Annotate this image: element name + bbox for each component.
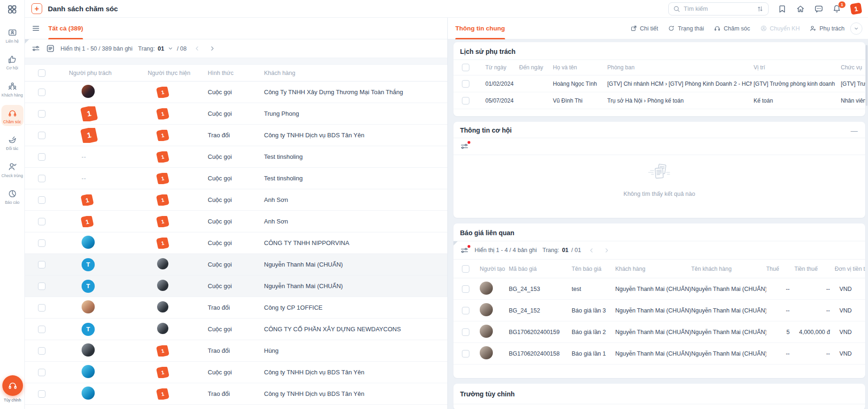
row-checkbox[interactable] [38, 153, 45, 161]
form-cell: Cuộc gọi [203, 283, 259, 290]
action-user-plus[interactable]: Phụ trách [809, 25, 845, 32]
tab-general-info[interactable]: Thông tin chung [455, 18, 505, 39]
row-checkbox[interactable] [462, 350, 469, 357]
search-input[interactable]: Tìm kiếm [668, 2, 769, 15]
customer-name-cell: Nguyễn Thanh Mai (CHUẨN) [691, 329, 766, 335]
search-filter-icon[interactable] [756, 5, 764, 13]
row-checkbox[interactable] [462, 307, 469, 314]
list-item[interactable]: TCuộc gọiNguyễn Thanh Mai (CHUẨN) [25, 254, 447, 275]
tax-amount-cell: -- [794, 350, 835, 357]
action-headset[interactable]: Chăm sóc [714, 25, 750, 32]
sidebar-item-doi-tac[interactable]: Đối tác [1, 132, 23, 153]
quote-name-cell: test [572, 286, 615, 292]
action-external-link[interactable]: Chi tiết [630, 25, 658, 32]
list-item[interactable]: Trao đổiCông ty CP 1OFFICE [25, 297, 447, 319]
row-checkbox[interactable] [38, 283, 45, 290]
page-number[interactable]: 01 [158, 45, 164, 52]
row-checkbox[interactable] [38, 175, 45, 182]
row-checkbox[interactable] [38, 110, 45, 118]
list-item[interactable]: --1Cuộc gọiTest tinsholing [25, 168, 447, 189]
quote-row[interactable]: BG1706202400158Báo giá lần 1Nguyễn Thanh… [453, 343, 865, 364]
row-checkbox[interactable] [38, 239, 45, 247]
next-page-button[interactable] [207, 44, 217, 53]
select-all-checkbox[interactable] [462, 265, 469, 273]
bookmark-icon[interactable] [777, 4, 787, 14]
avatar [82, 85, 95, 98]
history-row[interactable]: 05/07/2024Vũ Đình ThiTrụ sở Hà Nội › Phò… [453, 92, 865, 109]
more-actions-button[interactable] [850, 22, 862, 35]
filter-icon[interactable] [460, 246, 469, 255]
list-item[interactable]: TCuộc gọiCÔNG TY CỔ PHẦN XÂY DỰNG NEWDAY… [25, 319, 447, 340]
app-logo[interactable]: 1 [850, 2, 862, 15]
list-item[interactable]: 11Trao đổiCông ty TNHH Dịch vụ BDS Tân Y… [25, 125, 447, 146]
tab-all[interactable]: Tất cả (389) [48, 18, 83, 39]
quote-row[interactable]: BG1706202400159Báo giá lần 2Nguyễn Thanh… [453, 321, 865, 343]
row-checkbox[interactable] [462, 285, 469, 293]
row-checkbox[interactable] [38, 89, 45, 96]
list-item[interactable]: 11Cuộc gọiAnh Sơn [25, 211, 447, 232]
sidebar-item-bao-cao[interactable]: Báo cáo [1, 186, 23, 207]
home-icon[interactable] [796, 4, 805, 14]
sidebar-item-khach-hang[interactable]: Khách hàng [1, 78, 23, 99]
row-checkbox[interactable] [38, 218, 45, 225]
list-item[interactable]: 1Trao đổiHùng [25, 340, 447, 362]
view-settings-icon[interactable] [46, 44, 55, 53]
notifications-button[interactable]: 1 [832, 4, 842, 14]
chat-icon[interactable] [814, 4, 823, 14]
select-all-checkbox[interactable] [38, 69, 45, 77]
column-header: Người thực hiện [143, 70, 203, 76]
sidebar-item-cham-soc[interactable]: Chăm sóc [1, 105, 23, 126]
column-header: Người tạo [480, 266, 509, 272]
executor-cell: 1 [143, 130, 203, 141]
page-select-chevron-icon[interactable] [167, 45, 174, 52]
menu-icon[interactable] [31, 24, 40, 33]
customer-cell: Anh Sơn [259, 218, 447, 225]
filter-icon[interactable] [31, 44, 40, 53]
list-item[interactable]: --1Cuộc gọiTest tinsholing [25, 146, 447, 168]
list-item[interactable]: 1Cuộc gọiCông Ty TNHH Xây Dựng Thương Mạ… [25, 82, 447, 103]
list-item[interactable]: 11Cuộc gọiTrung Phong [25, 103, 447, 125]
row-checkbox[interactable] [38, 347, 45, 355]
row-checkbox[interactable] [38, 196, 45, 204]
logo-avatar: 1 [156, 194, 169, 206]
row-checkbox[interactable] [462, 80, 469, 88]
collapse-section-button[interactable]: — [851, 127, 858, 134]
quote-row[interactable]: BG_24_152Báo giá lần 3Nguyễn Thanh Mai (… [453, 300, 865, 321]
list-item[interactable]: TCuộc gọiNguyễn Thanh Mai (CHUẨN) [25, 275, 447, 297]
sidebar-item-lien-he[interactable]: Liên hệ [1, 24, 23, 45]
add-record-button[interactable]: + [31, 3, 42, 14]
list-item[interactable]: 1Cuộc gọiCÔNG TY TNHH NIPPORVINA [25, 232, 447, 254]
avatar [157, 258, 168, 269]
action-refresh[interactable]: Trạng thái [668, 25, 704, 32]
logo-avatar: 1 [156, 388, 169, 400]
tax-amount-cell: 4,000,000 đ [794, 329, 835, 335]
sidebar-item-co-hoi[interactable]: Cơ hội [1, 51, 23, 72]
row-checkbox[interactable] [462, 97, 469, 104]
row-checkbox[interactable] [38, 132, 45, 139]
list-item[interactable]: 1Trao đổiCông ty TNHH Dịch vụ BDS Tân Yê… [25, 383, 447, 405]
history-row[interactable]: 01/02/2024Hoàng Ngọc Tình[GTV] Chi nhánh… [453, 75, 865, 92]
prev-page-button[interactable] [192, 44, 202, 53]
row-checkbox[interactable] [38, 326, 45, 333]
row-checkbox[interactable] [38, 390, 45, 398]
row-checkbox[interactable] [38, 261, 45, 268]
row-checkbox[interactable] [462, 328, 469, 336]
prev-page-button[interactable] [587, 245, 596, 255]
next-page-button[interactable] [602, 245, 611, 255]
row-checkbox[interactable] [38, 369, 45, 376]
scrollbar-thumb[interactable] [866, 45, 868, 106]
creator-cell [480, 303, 509, 318]
sidebar-item-check-trung[interactable]: Check trùng [1, 159, 23, 180]
filter-icon[interactable] [460, 142, 469, 151]
list-item[interactable]: 1Cuộc gọiCông ty TNHH Dịch vụ BDS Tân Yê… [25, 362, 447, 383]
row-checkbox[interactable] [38, 304, 45, 312]
quote-row[interactable]: BG_24_153testNguyễn Thanh Mai (CHUẨN)Ngu… [453, 278, 865, 300]
executor-cell [143, 323, 203, 335]
role-cell: Nhân viên [839, 97, 865, 104]
list-item[interactable]: 1 [25, 405, 447, 409]
app-grid-button[interactable] [0, 0, 24, 19]
list-item[interactable]: 11Cuộc gọiAnh Sơn [25, 189, 447, 211]
select-all-checkbox[interactable] [462, 64, 469, 71]
sidebar-item-label: Chăm sóc [3, 120, 21, 124]
customize-floating-button[interactable] [2, 375, 23, 396]
